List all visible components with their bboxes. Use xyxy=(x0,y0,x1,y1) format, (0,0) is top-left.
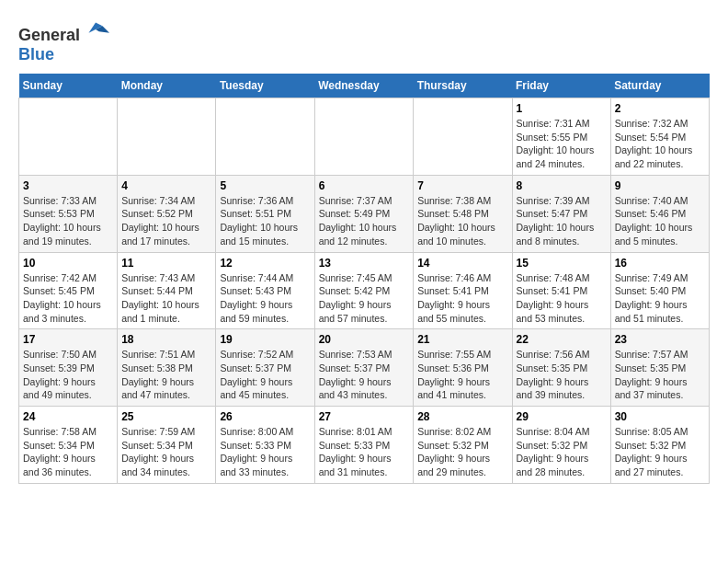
calendar-cell: 28Sunrise: 8:02 AM Sunset: 5:32 PM Dayli… xyxy=(414,407,512,484)
calendar-cell: 29Sunrise: 8:04 AM Sunset: 5:32 PM Dayli… xyxy=(512,407,610,484)
day-info: Sunrise: 8:05 AM Sunset: 5:32 PM Dayligh… xyxy=(615,425,705,479)
calendar-cell: 1Sunrise: 7:31 AM Sunset: 5:55 PM Daylig… xyxy=(512,98,610,176)
header-thursday: Thursday xyxy=(414,74,512,98)
day-info: Sunrise: 7:32 AM Sunset: 5:54 PM Dayligh… xyxy=(615,117,705,171)
day-number: 17 xyxy=(23,333,113,346)
calendar-cell: 16Sunrise: 7:49 AM Sunset: 5:40 PM Dayli… xyxy=(610,252,709,329)
calendar-cell: 10Sunrise: 7:42 AM Sunset: 5:45 PM Dayli… xyxy=(19,252,118,329)
calendar-cell xyxy=(216,98,314,176)
week-row-2: 3Sunrise: 7:33 AM Sunset: 5:53 PM Daylig… xyxy=(19,175,710,252)
day-number: 19 xyxy=(220,333,310,346)
day-number: 13 xyxy=(319,257,410,270)
calendar-cell: 8Sunrise: 7:39 AM Sunset: 5:47 PM Daylig… xyxy=(512,175,610,252)
day-info: Sunrise: 7:50 AM Sunset: 5:39 PM Dayligh… xyxy=(23,348,113,402)
day-info: Sunrise: 7:40 AM Sunset: 5:46 PM Dayligh… xyxy=(615,194,705,248)
calendar-header: SundayMondayTuesdayWednesdayThursdayFrid… xyxy=(19,74,710,98)
day-number: 3 xyxy=(23,179,113,192)
day-number: 15 xyxy=(517,257,607,270)
day-number: 28 xyxy=(417,410,507,423)
day-number: 22 xyxy=(517,333,607,346)
day-number: 16 xyxy=(615,257,705,270)
calendar-cell: 24Sunrise: 7:58 AM Sunset: 5:34 PM Dayli… xyxy=(19,407,118,484)
day-info: Sunrise: 7:37 AM Sunset: 5:49 PM Dayligh… xyxy=(319,194,410,248)
week-row-1: 1Sunrise: 7:31 AM Sunset: 5:55 PM Daylig… xyxy=(19,98,710,176)
day-number: 2 xyxy=(615,102,705,115)
day-info: Sunrise: 7:57 AM Sunset: 5:35 PM Dayligh… xyxy=(615,348,705,402)
day-info: Sunrise: 7:44 AM Sunset: 5:43 PM Dayligh… xyxy=(220,271,310,326)
day-info: Sunrise: 7:51 AM Sunset: 5:38 PM Dayligh… xyxy=(121,348,211,402)
day-number: 20 xyxy=(319,333,410,346)
calendar-cell: 5Sunrise: 7:36 AM Sunset: 5:51 PM Daylig… xyxy=(216,175,314,252)
logo-blue: Blue xyxy=(18,45,54,63)
day-number: 9 xyxy=(615,179,705,192)
calendar-cell: 22Sunrise: 7:56 AM Sunset: 5:35 PM Dayli… xyxy=(512,329,610,407)
calendar-cell: 26Sunrise: 8:00 AM Sunset: 5:33 PM Dayli… xyxy=(216,407,314,484)
calendar-cell: 15Sunrise: 7:48 AM Sunset: 5:41 PM Dayli… xyxy=(512,252,610,329)
header-tuesday: Tuesday xyxy=(216,74,314,98)
day-info: Sunrise: 7:46 AM Sunset: 5:41 PM Dayligh… xyxy=(417,271,507,326)
calendar-cell xyxy=(19,98,118,176)
calendar-cell: 4Sunrise: 7:34 AM Sunset: 5:52 PM Daylig… xyxy=(118,175,216,252)
calendar-cell: 3Sunrise: 7:33 AM Sunset: 5:53 PM Daylig… xyxy=(19,175,118,252)
calendar-cell: 20Sunrise: 7:53 AM Sunset: 5:37 PM Dayli… xyxy=(314,329,414,407)
logo-text: General Blue xyxy=(18,18,109,64)
day-info: Sunrise: 7:39 AM Sunset: 5:47 PM Dayligh… xyxy=(517,194,607,248)
day-number: 18 xyxy=(121,333,211,346)
day-number: 26 xyxy=(220,410,310,423)
calendar-cell: 18Sunrise: 7:51 AM Sunset: 5:38 PM Dayli… xyxy=(118,329,216,407)
calendar-cell: 21Sunrise: 7:55 AM Sunset: 5:36 PM Dayli… xyxy=(414,329,512,407)
calendar-body: 1Sunrise: 7:31 AM Sunset: 5:55 PM Daylig… xyxy=(19,98,710,484)
calendar-cell: 14Sunrise: 7:46 AM Sunset: 5:41 PM Dayli… xyxy=(414,252,512,329)
day-info: Sunrise: 7:31 AM Sunset: 5:55 PM Dayligh… xyxy=(517,117,607,171)
calendar-cell: 25Sunrise: 7:59 AM Sunset: 5:34 PM Dayli… xyxy=(118,407,216,484)
day-info: Sunrise: 7:53 AM Sunset: 5:37 PM Dayligh… xyxy=(319,348,410,402)
calendar-cell xyxy=(118,98,216,176)
calendar-cell: 30Sunrise: 8:05 AM Sunset: 5:32 PM Dayli… xyxy=(610,407,709,484)
day-info: Sunrise: 7:59 AM Sunset: 5:34 PM Dayligh… xyxy=(121,425,211,479)
page-header: General Blue xyxy=(18,18,710,64)
day-info: Sunrise: 7:38 AM Sunset: 5:48 PM Dayligh… xyxy=(417,194,507,248)
day-number: 14 xyxy=(417,257,507,270)
day-number: 4 xyxy=(121,179,211,192)
day-number: 8 xyxy=(517,179,607,192)
day-number: 25 xyxy=(121,410,211,423)
day-number: 1 xyxy=(517,102,607,115)
header-wednesday: Wednesday xyxy=(314,74,414,98)
calendar-cell: 19Sunrise: 7:52 AM Sunset: 5:37 PM Dayli… xyxy=(216,329,314,407)
day-number: 29 xyxy=(517,410,607,423)
calendar-cell: 27Sunrise: 8:01 AM Sunset: 5:33 PM Dayli… xyxy=(314,407,414,484)
day-number: 5 xyxy=(220,179,310,192)
day-info: Sunrise: 7:49 AM Sunset: 5:40 PM Dayligh… xyxy=(615,271,705,326)
day-number: 24 xyxy=(23,410,113,423)
calendar-cell: 17Sunrise: 7:50 AM Sunset: 5:39 PM Dayli… xyxy=(19,329,118,407)
header-saturday: Saturday xyxy=(610,74,709,98)
day-info: Sunrise: 7:58 AM Sunset: 5:34 PM Dayligh… xyxy=(23,425,113,479)
calendar-table: SundayMondayTuesdayWednesdayThursdayFrid… xyxy=(18,74,710,484)
calendar-cell: 12Sunrise: 7:44 AM Sunset: 5:43 PM Dayli… xyxy=(216,252,314,329)
day-number: 12 xyxy=(220,257,310,270)
logo-general: General xyxy=(18,26,80,44)
day-info: Sunrise: 7:48 AM Sunset: 5:41 PM Dayligh… xyxy=(517,271,607,326)
header-row: SundayMondayTuesdayWednesdayThursdayFrid… xyxy=(19,74,710,98)
week-row-5: 24Sunrise: 7:58 AM Sunset: 5:34 PM Dayli… xyxy=(19,407,710,484)
calendar-cell xyxy=(314,98,414,176)
day-info: Sunrise: 7:52 AM Sunset: 5:37 PM Dayligh… xyxy=(220,348,310,402)
day-info: Sunrise: 8:01 AM Sunset: 5:33 PM Dayligh… xyxy=(319,425,410,479)
calendar-cell: 13Sunrise: 7:45 AM Sunset: 5:42 PM Dayli… xyxy=(314,252,414,329)
day-number: 27 xyxy=(319,410,410,423)
day-info: Sunrise: 7:56 AM Sunset: 5:35 PM Dayligh… xyxy=(517,348,607,402)
logo: General Blue xyxy=(18,18,109,64)
calendar-cell: 11Sunrise: 7:43 AM Sunset: 5:44 PM Dayli… xyxy=(118,252,216,329)
calendar-cell xyxy=(414,98,512,176)
day-number: 21 xyxy=(417,333,507,346)
day-number: 7 xyxy=(417,179,507,192)
logo-bird-icon xyxy=(82,18,109,40)
day-number: 10 xyxy=(23,257,113,270)
calendar-cell: 9Sunrise: 7:40 AM Sunset: 5:46 PM Daylig… xyxy=(610,175,709,252)
day-info: Sunrise: 7:45 AM Sunset: 5:42 PM Dayligh… xyxy=(319,271,410,326)
week-row-4: 17Sunrise: 7:50 AM Sunset: 5:39 PM Dayli… xyxy=(19,329,710,407)
header-monday: Monday xyxy=(118,74,216,98)
calendar-cell: 23Sunrise: 7:57 AM Sunset: 5:35 PM Dayli… xyxy=(610,329,709,407)
calendar-cell: 6Sunrise: 7:37 AM Sunset: 5:49 PM Daylig… xyxy=(314,175,414,252)
day-info: Sunrise: 7:33 AM Sunset: 5:53 PM Dayligh… xyxy=(23,194,113,248)
